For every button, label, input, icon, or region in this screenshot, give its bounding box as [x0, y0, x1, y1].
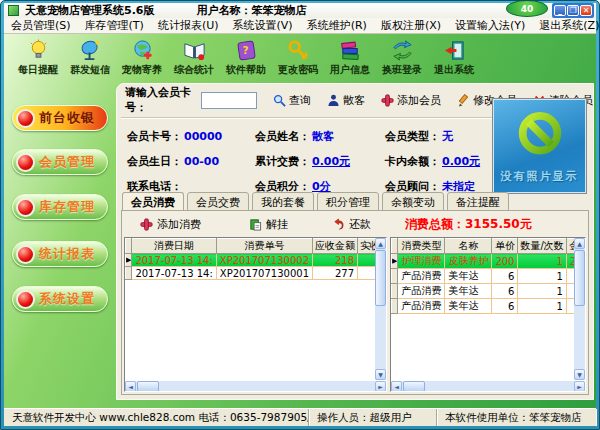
- toolbar-change-password[interactable]: 更改密码: [272, 34, 324, 81]
- satellite-icon: [79, 39, 102, 62]
- cell: 美年达: [445, 284, 492, 299]
- cell: 277: [313, 267, 358, 280]
- app-window: 天意宠物店管理系统5.6版 用户名称：笨笨宠物店 40 _ ❐ ✕ 会员管理(S…: [0, 0, 600, 430]
- cell: XP201707130002: [216, 254, 312, 267]
- table-row[interactable]: 2017-07-13 14:XP201707130001277277277: [126, 267, 388, 280]
- menu-member[interactable]: 会员管理(S): [4, 18, 78, 33]
- restore-button[interactable]: ❐: [567, 5, 579, 16]
- pencil-icon: [457, 94, 470, 107]
- menu-exit[interactable]: 退出系统(Z): [532, 18, 600, 33]
- repay-button[interactable]: 还款: [332, 217, 371, 232]
- vertical-scrollbar[interactable]: ▲▼: [375, 238, 386, 380]
- sidebar-item-reports[interactable]: 统计报表: [12, 241, 108, 267]
- scrollbar-thumb: [375, 250, 386, 306]
- lightbulb-icon: [27, 39, 50, 62]
- consume-total: 消费总额：3155.50元: [405, 216, 532, 233]
- toolbar-daily-reminder[interactable]: 每日提醒: [12, 34, 64, 81]
- cell: 皮肤养护: [445, 254, 492, 269]
- table-row[interactable]: ▶2017-07-13 14:XP2017071300022182182180: [126, 254, 388, 267]
- menu-input-method[interactable]: 设置输入法(Y): [448, 18, 532, 33]
- table-row[interactable]: 产品消费美年达616: [392, 299, 587, 314]
- license-unit-info: 本软件使用单位：笨笨宠物店: [437, 409, 596, 426]
- toolbar-statistics[interactable]: 综合统计: [168, 34, 220, 81]
- app-icon: [8, 5, 19, 16]
- table-row[interactable]: 产品消费美年达616: [392, 269, 587, 284]
- sidebar: 前台收银 会员管理 库存管理 统计报表 系统设置: [4, 81, 116, 408]
- scrollbar-thumb: [574, 250, 585, 306]
- sidebar-item-inventory[interactable]: 库存管理: [12, 194, 108, 220]
- cell: XP201707130001: [216, 267, 312, 280]
- red-sphere-icon: [16, 109, 35, 128]
- cell: 218: [313, 254, 358, 267]
- add-consume-button[interactable]: 添加消费: [140, 217, 201, 232]
- add-plus-icon: [381, 94, 394, 107]
- scrollbar-thumb: [137, 381, 159, 392]
- books-icon: [339, 39, 362, 62]
- sidebar-item-members[interactable]: 会员管理: [12, 149, 108, 175]
- scroll-up-icon: ▲: [375, 238, 386, 249]
- cell: 产品消费: [398, 284, 445, 299]
- scroll-up-icon: ▲: [574, 238, 585, 249]
- no-photo-prohibition-icon: [514, 109, 566, 161]
- name-value: 散客: [312, 129, 334, 144]
- cell: 1: [518, 299, 566, 314]
- cell: 2017-07-13 14:: [132, 254, 216, 267]
- birthday-value: 00-00: [184, 155, 219, 168]
- walk-in-button[interactable]: 散客: [327, 93, 365, 108]
- table-row[interactable]: ▶护理消费皮肤养护2001200: [392, 254, 587, 269]
- cell: 美年达: [445, 299, 492, 314]
- card-no-label: 会员卡号：: [127, 129, 182, 144]
- minimize-button[interactable]: _: [554, 5, 566, 16]
- menu-reports[interactable]: 统计报表(U): [151, 18, 226, 33]
- cell: 1: [518, 269, 566, 284]
- toolbar-help[interactable]: ? 软件帮助: [220, 34, 272, 81]
- menu-inventory[interactable]: 库存管理(T): [78, 18, 151, 33]
- toolbar-shift-login[interactable]: 换班登录: [376, 34, 428, 81]
- vertical-scrollbar[interactable]: ▲▼: [574, 238, 585, 380]
- toolbar-group-sms[interactable]: 群发短信: [64, 34, 116, 81]
- consume-orders-table: 消费日期消费单号应收金额实收金额现金储值卡▶2017-07-13 14:XP20…: [124, 237, 387, 392]
- sidebar-item-cashier[interactable]: 前台收银: [12, 105, 108, 131]
- member-info-grid: 会员卡号：00000 会员姓名：散客 会员类型：无 会员生日：00-00 累计交…: [127, 124, 499, 199]
- toolbar-pet-boarding[interactable]: 宠物寄养: [116, 34, 168, 81]
- red-sphere-icon: [16, 245, 35, 264]
- menu-settings[interactable]: 系统设置(V): [226, 18, 300, 33]
- user-name-label: 用户名称：笨笨宠物店: [197, 3, 307, 18]
- table-row[interactable]: 产品消费美年达616: [392, 284, 587, 299]
- scroll-right-icon: ►: [574, 381, 585, 392]
- exit-door-icon: [443, 39, 466, 62]
- red-sphere-icon: [16, 198, 35, 217]
- menu-maintenance[interactable]: 系统维护(R): [300, 18, 374, 33]
- balance-value: 0.00元: [442, 154, 480, 169]
- member-card-input[interactable]: [201, 92, 257, 109]
- sidebar-item-settings[interactable]: 系统设置: [12, 286, 108, 312]
- swap-icon: [391, 39, 414, 62]
- titlebar: 天意宠物店管理系统5.6版 用户名称：笨笨宠物店 40 _ ❐ ✕: [4, 3, 596, 18]
- cell: 6: [492, 269, 518, 284]
- unhang-button[interactable]: 解挂: [249, 217, 288, 232]
- column-header: 名称: [445, 239, 492, 254]
- operator-info: 操作人员：超级用户: [309, 409, 437, 426]
- column-header: 应收金额: [313, 239, 358, 254]
- close-button[interactable]: ✕: [580, 5, 592, 16]
- column-header: 消费日期: [132, 239, 216, 254]
- red-sphere-icon: [16, 153, 35, 172]
- toolbar: 每日提醒 群发短信 宠物寄养 综合统计 ? 软件帮助 更改密码: [4, 34, 596, 81]
- horizontal-scrollbar[interactable]: ◄►: [391, 380, 585, 391]
- scroll-down-icon: ▼: [375, 369, 386, 380]
- horizontal-scrollbar[interactable]: ◄►: [125, 380, 386, 391]
- card-no-value: 00000: [184, 130, 222, 143]
- window-title: 天意宠物店管理系统5.6版: [25, 3, 155, 18]
- scrollbar-thumb: [403, 381, 425, 392]
- query-button[interactable]: 查询: [273, 93, 311, 108]
- cell: 护理消费: [398, 254, 445, 269]
- card-number-label: 请输入会员卡号：: [125, 85, 199, 115]
- open-book-icon: [183, 39, 206, 62]
- cell: 美年达: [445, 269, 492, 284]
- member-photo-box: 没有照片显示: [492, 98, 587, 194]
- menu-register[interactable]: 版权注册(X): [374, 18, 448, 33]
- toolbar-exit[interactable]: 退出系统: [428, 34, 480, 81]
- consume-action-row: 添加消费 解挂 还款 消费总额：3155.50元: [140, 214, 584, 234]
- toolbar-user-info[interactable]: 用户信息: [324, 34, 376, 81]
- add-member-button[interactable]: 添加会员: [381, 93, 441, 108]
